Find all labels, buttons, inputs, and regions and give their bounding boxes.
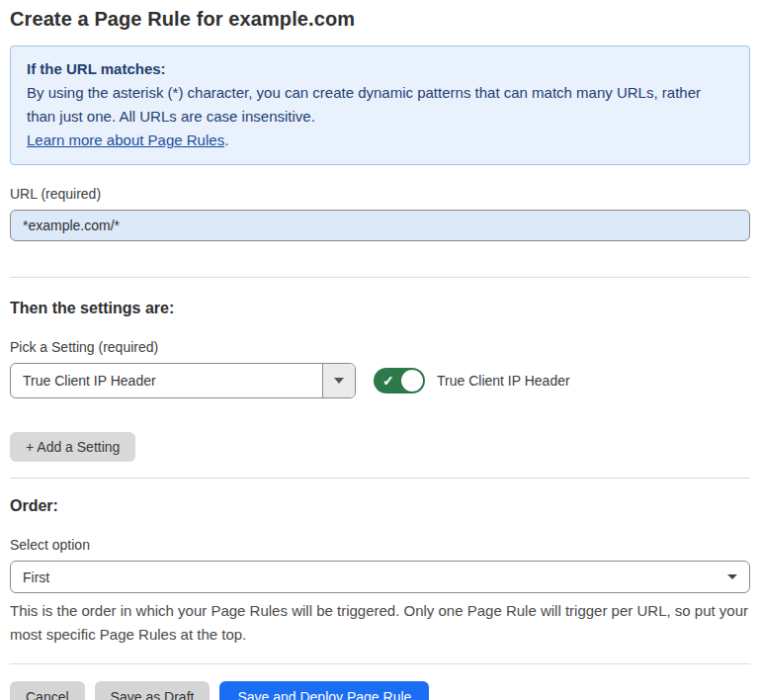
add-setting-button[interactable]: + Add a Setting: [10, 432, 135, 462]
chevron-down-icon: [334, 378, 344, 384]
url-field-label: URL (required): [10, 186, 750, 202]
info-box-link-line: Learn more about Page Rules.: [27, 129, 733, 152]
url-input[interactable]: [10, 210, 750, 241]
setting-select-arrow-button[interactable]: [322, 364, 355, 397]
page-title: Create a Page Rule for example.com: [10, 8, 750, 31]
save-and-deploy-button[interactable]: Save and Deploy Page Rule: [219, 681, 429, 700]
chevron-down-icon: [727, 574, 737, 579]
order-select[interactable]: First: [10, 561, 750, 593]
footer-divider: [10, 663, 750, 664]
order-select-value: First: [23, 569, 49, 585]
setting-select-value: True Client IP Header: [11, 364, 322, 397]
save-as-draft-button[interactable]: Save as Draft: [95, 681, 211, 700]
footer-actions: Cancel Save as Draft Save and Deploy Pag…: [10, 681, 750, 700]
setting-row: True Client IP Header ✓ True Client IP H…: [10, 363, 750, 398]
pick-setting-label: Pick a Setting (required): [10, 339, 750, 355]
settings-section-heading: Then the settings are:: [10, 300, 750, 317]
section-divider: [10, 478, 750, 479]
order-help-text: This is the order in which your Page Rul…: [10, 599, 750, 647]
link-period: .: [224, 131, 228, 148]
order-select-label: Select option: [10, 537, 750, 553]
section-divider: [10, 277, 750, 278]
info-box-body: By using the asterisk (*) character, you…: [27, 81, 733, 129]
toggle-knob: [401, 370, 423, 392]
create-page-rule-panel: Create a Page Rule for example.com If th…: [0, 0, 760, 700]
info-box-heading: If the URL matches:: [27, 57, 733, 81]
check-icon: ✓: [382, 374, 394, 388]
url-match-info-box: If the URL matches: By using the asteris…: [10, 45, 750, 165]
setting-select[interactable]: True Client IP Header: [10, 363, 356, 398]
cancel-button[interactable]: Cancel: [10, 681, 85, 700]
toggle-label: True Client IP Header: [437, 373, 570, 389]
order-section-heading: Order:: [10, 497, 750, 515]
learn-more-link[interactable]: Learn more about Page Rules: [27, 131, 224, 148]
true-client-ip-toggle[interactable]: ✓: [374, 368, 425, 394]
